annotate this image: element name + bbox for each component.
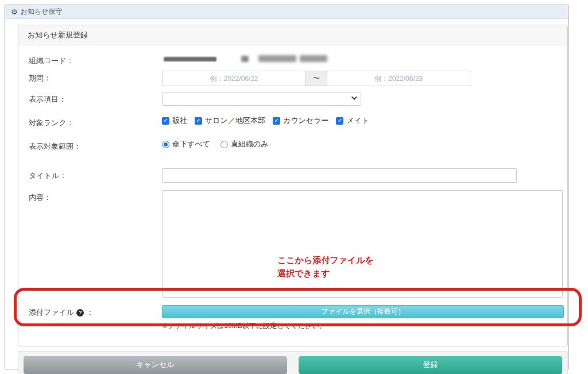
radio-label: 傘下すべて: [172, 139, 210, 149]
attachment-label-text: 添付ファイル: [29, 307, 74, 318]
submit-button[interactable]: 登録: [299, 356, 562, 374]
redacted-block: [241, 56, 249, 62]
annotation-line-2: 選択できます: [277, 267, 374, 280]
target-rank-label: 対象ランク：: [29, 115, 162, 128]
attachment-label: 添付ファイル ? ：: [29, 305, 162, 318]
radio-all-subordinates[interactable]: 傘下すべて: [162, 139, 210, 149]
radio-icon: [220, 141, 228, 148]
checkbox-salon-district-hq[interactable]: サロン／地区本部: [195, 115, 265, 126]
content-row: 内容：: [29, 190, 567, 298]
attachment-annotation-text: ここから添付ファイルを 選択できます: [277, 253, 374, 280]
checkbox-icon: [273, 117, 280, 125]
page-header: ⚙ お知らせ保守: [5, 5, 568, 19]
cancel-button[interactable]: キャンセル: [24, 356, 287, 374]
period-end-input[interactable]: [327, 71, 470, 86]
help-icon[interactable]: ?: [76, 309, 84, 317]
gear-icon: ⚙: [11, 8, 18, 16]
content-textarea[interactable]: [162, 190, 563, 298]
redacted-block: [164, 57, 216, 61]
radio-label: 直組織のみ: [231, 139, 269, 149]
checkbox-icon: [336, 117, 343, 125]
title-row: タイトル：: [29, 168, 567, 183]
panel-body: 組織コード： 期間： 〜: [18, 45, 567, 346]
target-rank-row: 対象ランク： 販社 サロン／地区本部 カウンセラー: [29, 115, 567, 127]
redacted-block: [258, 55, 296, 62]
display-scope-row: 表示対象範囲： 傘下すべて 直組織のみ: [29, 139, 567, 151]
checkbox-mate[interactable]: メイト: [336, 115, 369, 126]
display-item-select[interactable]: [162, 92, 361, 106]
display-item-label: 表示項目：: [29, 92, 162, 105]
page-title: お知らせ保守: [21, 7, 63, 17]
checkbox-hansha[interactable]: 販社: [162, 115, 187, 126]
org-code-value-redacted: [162, 53, 506, 65]
redacted-block: [300, 55, 327, 62]
org-code-label: 組織コード：: [29, 53, 162, 66]
period-label: 期間：: [29, 71, 162, 83]
checkbox-label: 販社: [172, 115, 187, 126]
panel-title: お知らせ新規登録: [18, 25, 567, 45]
radio-direct-org-only[interactable]: 直組織のみ: [220, 139, 269, 149]
display-scope-label: 表示対象範囲：: [29, 139, 162, 152]
checkbox-label: サロン／地区本部: [205, 115, 265, 126]
title-label: タイトル：: [29, 168, 162, 181]
content-area: お知らせ新規登録 組織コード： 期間： 〜: [5, 19, 568, 374]
content-label: 内容：: [29, 190, 162, 203]
checkbox-icon: [162, 117, 169, 125]
attachment-row: 添付ファイル ? ： ファイルを選択（複数可） ※ファイルサイズは10MB以下に…: [29, 305, 567, 331]
notice-registration-panel: お知らせ新規登録 組織コード： 期間： 〜: [18, 25, 568, 346]
action-footer: キャンセル 登録: [18, 351, 568, 374]
period-start-input[interactable]: [162, 71, 306, 86]
checkbox-label: カウンセラー: [283, 115, 329, 126]
file-size-note: ※ファイルサイズは10MB以下に設定してください。: [162, 321, 564, 331]
display-item-row: 表示項目：: [29, 92, 567, 106]
radio-icon: [162, 141, 169, 148]
checkbox-label: メイト: [346, 115, 369, 126]
org-code-row: 組織コード：: [29, 53, 567, 66]
chevron-down-icon: [351, 94, 357, 100]
checkbox-icon: [195, 117, 202, 125]
file-select-button[interactable]: ファイルを選択（複数可）: [162, 305, 564, 318]
checkbox-counselor[interactable]: カウンセラー: [273, 115, 329, 126]
title-input[interactable]: [162, 168, 517, 183]
attachment-label-colon: ：: [86, 307, 94, 318]
annotation-line-1: ここから添付ファイルを: [277, 253, 374, 267]
period-separator: 〜: [306, 71, 327, 86]
period-row: 期間： 〜: [29, 71, 567, 86]
app-window: ⚙ お知らせ保守 お知らせ新規登録 組織コード： 期間：: [5, 5, 568, 369]
